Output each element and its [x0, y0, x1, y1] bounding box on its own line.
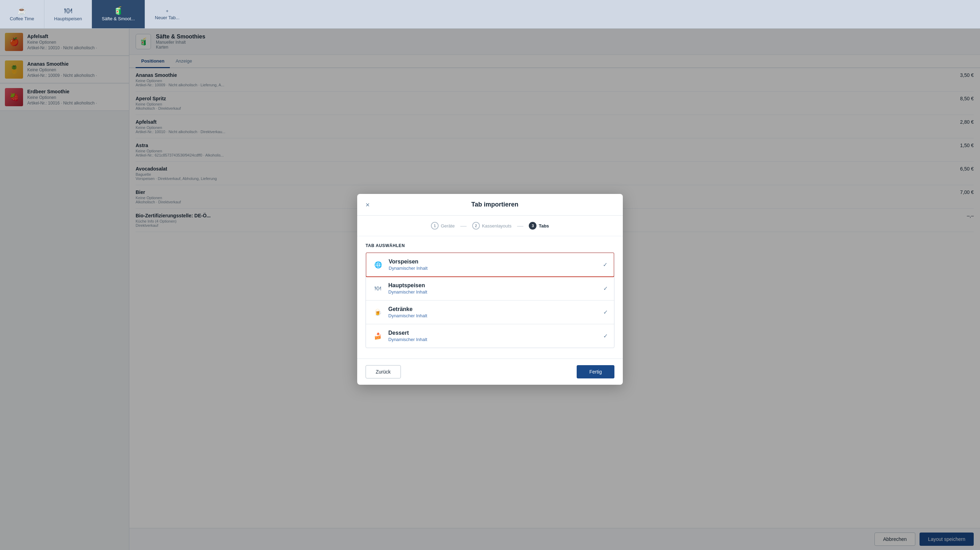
modal-header: × Tab importieren: [357, 194, 623, 216]
check-icon: ✓: [603, 285, 608, 292]
tab-choice-name: Vorspeisen: [389, 259, 428, 265]
tab-new[interactable]: + Neuer Tab...: [145, 0, 189, 28]
tab-choice-info: Vorspeisen Dynamischer Inhalt: [389, 259, 428, 271]
tab-choice-list: 🌐 Vorspeisen Dynamischer Inhalt ✓ 🍽 Haup…: [366, 252, 614, 348]
step-kassenlayouts: 2 Kassenlayouts: [472, 222, 512, 230]
step-label-geraete: Geräte: [441, 223, 455, 229]
tab-saefte-label: Säfte & Smoot...: [102, 16, 135, 21]
modal-body: TAB AUSWÄHLEN 🌐 Vorspeisen Dynamischer I…: [357, 236, 623, 356]
tab-hauptspeisen[interactable]: 🍽 Hauptspeisen: [45, 0, 92, 28]
vorspeisen-icon: 🌐: [372, 259, 384, 270]
step-num-2: 2: [472, 222, 480, 230]
tab-choice-item-vorspeisen[interactable]: 🌐 Vorspeisen Dynamischer Inhalt ✓: [366, 252, 614, 277]
step-separator-2: —: [515, 222, 525, 230]
step-geraete: 1 Geräte: [431, 222, 455, 230]
dessert-icon: 🍰: [372, 331, 383, 342]
step-label-kassenlayouts: Kassenlayouts: [482, 223, 512, 229]
tab-choice-sub: Dynamischer Inhalt: [388, 289, 427, 294]
check-icon: ✓: [603, 309, 608, 316]
modal-footer: Zurück Fertig: [357, 359, 623, 385]
top-navigation: ☕ Coffee Time 🍽 Hauptspeisen 🧃 Säfte & S…: [0, 0, 980, 29]
tab-choice-item-getraenke[interactable]: 🍺 Getränke Dynamischer Inhalt ✓: [366, 300, 614, 324]
tab-choice-item-dessert[interactable]: 🍰 Dessert Dynamischer Inhalt ✓: [366, 324, 614, 348]
tab-hauptspeisen-label: Hauptspeisen: [54, 16, 82, 21]
tab-choice-sub: Dynamischer Inhalt: [389, 265, 428, 271]
tab-coffee-time[interactable]: ☕ Coffee Time: [0, 0, 45, 28]
step-separator: —: [459, 222, 468, 230]
tab-new-label: Neuer Tab...: [155, 15, 180, 20]
tab-coffee-label: Coffee Time: [10, 16, 34, 21]
coffee-icon: ☕: [17, 7, 27, 15]
tab-saefte[interactable]: 🧃 Säfte & Smoot...: [92, 0, 145, 28]
done-button[interactable]: Fertig: [577, 365, 614, 378]
back-button[interactable]: Zurück: [366, 365, 401, 378]
modal-title: Tab importieren: [375, 201, 614, 208]
tab-choice-sub: Dynamischer Inhalt: [388, 313, 427, 318]
hauptspeisen-icon: 🍽: [64, 7, 72, 15]
step-num-1: 1: [431, 222, 439, 230]
main-area: 🍎 Apfelsaft Keine Optionen Artikel-Nr.: …: [0, 29, 980, 550]
step-label-tabs: Tabs: [539, 223, 549, 229]
tab-choice-info: Dessert Dynamischer Inhalt: [388, 330, 427, 342]
step-tabs: 3 Tabs: [529, 222, 549, 230]
step-num-3: 3: [529, 222, 536, 230]
tab-choice-sub: Dynamischer Inhalt: [388, 337, 427, 342]
saefte-icon: 🧃: [114, 7, 123, 15]
tab-choice-name: Hauptspeisen: [388, 282, 427, 289]
tab-choice-item-hauptspeisen[interactable]: 🍽 Hauptspeisen Dynamischer Inhalt ✓: [366, 277, 614, 300]
check-icon: ✓: [603, 333, 608, 339]
plus-icon: +: [166, 8, 169, 14]
tab-choice-info: Getränke Dynamischer Inhalt: [388, 306, 427, 318]
tab-import-modal: × Tab importieren 1 Geräte — 2 Kassenlay…: [357, 194, 623, 385]
getraenke-icon: 🍺: [372, 307, 383, 318]
tab-choice-name: Dessert: [388, 330, 427, 336]
modal-stepper: 1 Geräte — 2 Kassenlayouts — 3 Tabs: [357, 216, 623, 236]
tab-choice-name: Getränke: [388, 306, 427, 312]
check-icon: ✓: [603, 261, 608, 268]
section-label: TAB AUSWÄHLEN: [366, 243, 614, 248]
hauptspeisen-icon: 🍽: [372, 283, 383, 294]
close-icon[interactable]: ×: [366, 201, 370, 208]
tab-choice-info: Hauptspeisen Dynamischer Inhalt: [388, 282, 427, 294]
